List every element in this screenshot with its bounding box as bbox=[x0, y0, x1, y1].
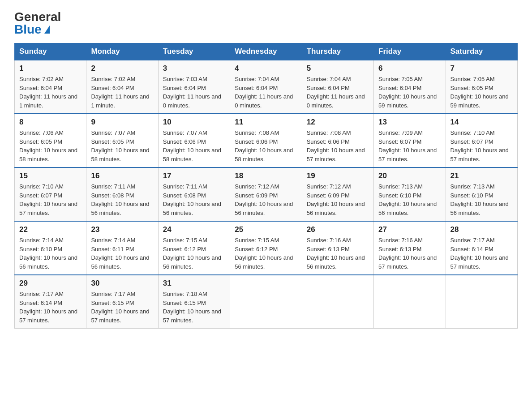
day-info: Sunrise: 7:12 AM Sunset: 6:09 PM Dayligh… bbox=[235, 182, 297, 217]
table-row: 2 Sunrise: 7:02 AM Sunset: 6:04 PM Dayli… bbox=[86, 60, 158, 114]
day-number: 25 bbox=[235, 225, 297, 234]
table-row: 25 Sunrise: 7:15 AM Sunset: 6:12 PM Dayl… bbox=[230, 221, 302, 275]
day-info: Sunrise: 7:09 AM Sunset: 6:07 PM Dayligh… bbox=[378, 128, 441, 163]
logo-general-text: General bbox=[14, 11, 61, 23]
day-number: 12 bbox=[307, 118, 369, 127]
table-row: 26 Sunrise: 7:16 AM Sunset: 6:13 PM Dayl… bbox=[302, 221, 373, 275]
day-info: Sunrise: 7:02 AM Sunset: 6:04 PM Dayligh… bbox=[19, 75, 82, 110]
day-info: Sunrise: 7:11 AM Sunset: 6:08 PM Dayligh… bbox=[91, 182, 153, 217]
table-row: 30 Sunrise: 7:17 AM Sunset: 6:15 PM Dayl… bbox=[86, 275, 158, 329]
table-row: 12 Sunrise: 7:08 AM Sunset: 6:06 PM Dayl… bbox=[302, 114, 373, 167]
calendar-header-row: Sunday Monday Tuesday Wednesday Thursday… bbox=[15, 43, 518, 60]
day-number: 17 bbox=[163, 171, 225, 180]
calendar-week-row: 22 Sunrise: 7:14 AM Sunset: 6:10 PM Dayl… bbox=[15, 221, 518, 275]
table-row: 18 Sunrise: 7:12 AM Sunset: 6:09 PM Dayl… bbox=[230, 167, 302, 221]
day-info: Sunrise: 7:17 AM Sunset: 6:15 PM Dayligh… bbox=[91, 290, 153, 325]
day-number: 11 bbox=[235, 118, 297, 127]
day-info: Sunrise: 7:13 AM Sunset: 6:10 PM Dayligh… bbox=[450, 182, 513, 217]
day-number: 22 bbox=[19, 225, 82, 234]
table-row: 11 Sunrise: 7:08 AM Sunset: 6:06 PM Dayl… bbox=[230, 114, 302, 167]
calendar-week-row: 1 Sunrise: 7:02 AM Sunset: 6:04 PM Dayli… bbox=[15, 60, 518, 114]
day-info: Sunrise: 7:16 AM Sunset: 6:13 PM Dayligh… bbox=[378, 236, 441, 271]
day-info: Sunrise: 7:15 AM Sunset: 6:12 PM Dayligh… bbox=[235, 236, 297, 271]
day-info: Sunrise: 7:10 AM Sunset: 6:07 PM Dayligh… bbox=[450, 128, 513, 163]
day-info: Sunrise: 7:12 AM Sunset: 6:09 PM Dayligh… bbox=[307, 182, 369, 217]
table-row bbox=[230, 275, 302, 329]
day-number: 28 bbox=[450, 225, 513, 234]
table-row: 4 Sunrise: 7:04 AM Sunset: 6:04 PM Dayli… bbox=[230, 60, 302, 114]
logo-triangle-icon bbox=[44, 26, 50, 34]
col-monday: Monday bbox=[86, 43, 158, 60]
day-number: 1 bbox=[19, 64, 82, 73]
day-number: 26 bbox=[307, 225, 369, 234]
table-row: 13 Sunrise: 7:09 AM Sunset: 6:07 PM Dayl… bbox=[374, 114, 446, 167]
day-number: 29 bbox=[19, 279, 82, 288]
day-info: Sunrise: 7:16 AM Sunset: 6:13 PM Dayligh… bbox=[307, 236, 369, 271]
table-row bbox=[374, 275, 446, 329]
day-info: Sunrise: 7:05 AM Sunset: 6:04 PM Dayligh… bbox=[378, 75, 441, 110]
day-number: 7 bbox=[450, 64, 513, 73]
table-row: 22 Sunrise: 7:14 AM Sunset: 6:10 PM Dayl… bbox=[15, 221, 86, 275]
day-number: 6 bbox=[378, 64, 441, 73]
day-number: 23 bbox=[91, 225, 153, 234]
day-info: Sunrise: 7:14 AM Sunset: 6:11 PM Dayligh… bbox=[91, 236, 153, 271]
col-thursday: Thursday bbox=[302, 43, 373, 60]
table-row: 19 Sunrise: 7:12 AM Sunset: 6:09 PM Dayl… bbox=[302, 167, 373, 221]
table-row: 29 Sunrise: 7:17 AM Sunset: 6:14 PM Dayl… bbox=[15, 275, 86, 329]
day-info: Sunrise: 7:18 AM Sunset: 6:15 PM Dayligh… bbox=[163, 290, 225, 325]
col-tuesday: Tuesday bbox=[158, 43, 230, 60]
table-row: 23 Sunrise: 7:14 AM Sunset: 6:11 PM Dayl… bbox=[86, 221, 158, 275]
day-info: Sunrise: 7:07 AM Sunset: 6:06 PM Dayligh… bbox=[163, 128, 225, 163]
table-row: 28 Sunrise: 7:17 AM Sunset: 6:14 PM Dayl… bbox=[446, 221, 517, 275]
day-info: Sunrise: 7:08 AM Sunset: 6:06 PM Dayligh… bbox=[235, 128, 297, 163]
day-number: 19 bbox=[307, 171, 369, 180]
day-number: 4 bbox=[235, 64, 297, 73]
day-number: 18 bbox=[235, 171, 297, 180]
day-info: Sunrise: 7:15 AM Sunset: 6:12 PM Dayligh… bbox=[163, 236, 225, 271]
table-row: 8 Sunrise: 7:06 AM Sunset: 6:05 PM Dayli… bbox=[15, 114, 86, 167]
day-number: 5 bbox=[307, 64, 369, 73]
day-info: Sunrise: 7:04 AM Sunset: 6:04 PM Dayligh… bbox=[235, 75, 297, 110]
col-wednesday: Wednesday bbox=[230, 43, 302, 60]
table-row: 6 Sunrise: 7:05 AM Sunset: 6:04 PM Dayli… bbox=[374, 60, 446, 114]
day-info: Sunrise: 7:17 AM Sunset: 6:14 PM Dayligh… bbox=[19, 290, 82, 325]
day-number: 20 bbox=[378, 171, 441, 180]
calendar-week-row: 29 Sunrise: 7:17 AM Sunset: 6:14 PM Dayl… bbox=[15, 275, 518, 329]
day-number: 13 bbox=[378, 118, 441, 127]
table-row: 14 Sunrise: 7:10 AM Sunset: 6:07 PM Dayl… bbox=[446, 114, 517, 167]
day-info: Sunrise: 7:14 AM Sunset: 6:10 PM Dayligh… bbox=[19, 236, 82, 271]
day-info: Sunrise: 7:02 AM Sunset: 6:04 PM Dayligh… bbox=[91, 75, 153, 110]
logo-blue-text: Blue bbox=[14, 23, 50, 36]
day-number: 30 bbox=[91, 279, 153, 288]
day-number: 10 bbox=[163, 118, 225, 127]
table-row: 1 Sunrise: 7:02 AM Sunset: 6:04 PM Dayli… bbox=[15, 60, 86, 114]
table-row bbox=[446, 275, 517, 329]
day-info: Sunrise: 7:03 AM Sunset: 6:04 PM Dayligh… bbox=[163, 75, 225, 110]
page-header: General Blue bbox=[14, 11, 518, 36]
day-info: Sunrise: 7:08 AM Sunset: 6:06 PM Dayligh… bbox=[307, 128, 369, 163]
col-sunday: Sunday bbox=[15, 43, 86, 60]
table-row: 10 Sunrise: 7:07 AM Sunset: 6:06 PM Dayl… bbox=[158, 114, 230, 167]
day-number: 8 bbox=[19, 118, 82, 127]
table-row: 17 Sunrise: 7:11 AM Sunset: 6:08 PM Dayl… bbox=[158, 167, 230, 221]
day-info: Sunrise: 7:06 AM Sunset: 6:05 PM Dayligh… bbox=[19, 128, 82, 163]
day-number: 21 bbox=[450, 171, 513, 180]
col-saturday: Saturday bbox=[446, 43, 517, 60]
day-info: Sunrise: 7:17 AM Sunset: 6:14 PM Dayligh… bbox=[450, 236, 513, 271]
table-row: 5 Sunrise: 7:04 AM Sunset: 6:04 PM Dayli… bbox=[302, 60, 373, 114]
table-row: 15 Sunrise: 7:10 AM Sunset: 6:07 PM Dayl… bbox=[15, 167, 86, 221]
table-row: 16 Sunrise: 7:11 AM Sunset: 6:08 PM Dayl… bbox=[86, 167, 158, 221]
day-info: Sunrise: 7:07 AM Sunset: 6:05 PM Dayligh… bbox=[91, 128, 153, 163]
table-row: 3 Sunrise: 7:03 AM Sunset: 6:04 PM Dayli… bbox=[158, 60, 230, 114]
table-row: 27 Sunrise: 7:16 AM Sunset: 6:13 PM Dayl… bbox=[374, 221, 446, 275]
day-number: 27 bbox=[378, 225, 441, 234]
day-info: Sunrise: 7:11 AM Sunset: 6:08 PM Dayligh… bbox=[163, 182, 225, 217]
day-number: 2 bbox=[91, 64, 153, 73]
day-number: 15 bbox=[19, 171, 82, 180]
table-row: 9 Sunrise: 7:07 AM Sunset: 6:05 PM Dayli… bbox=[86, 114, 158, 167]
day-info: Sunrise: 7:13 AM Sunset: 6:10 PM Dayligh… bbox=[378, 182, 441, 217]
table-row: 24 Sunrise: 7:15 AM Sunset: 6:12 PM Dayl… bbox=[158, 221, 230, 275]
day-info: Sunrise: 7:05 AM Sunset: 6:05 PM Dayligh… bbox=[450, 75, 513, 110]
day-number: 3 bbox=[163, 64, 225, 73]
table-row: 20 Sunrise: 7:13 AM Sunset: 6:10 PM Dayl… bbox=[374, 167, 446, 221]
